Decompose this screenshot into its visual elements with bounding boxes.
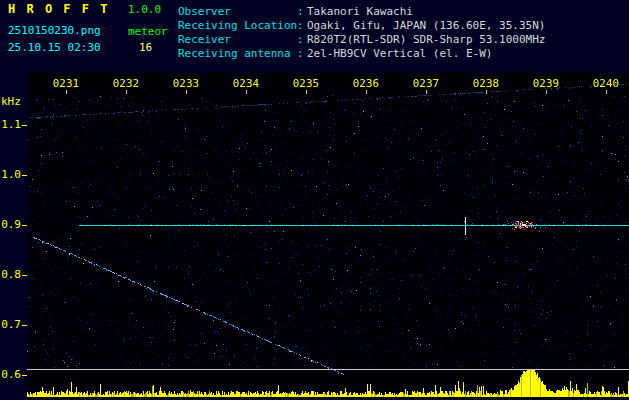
echo-count: 16 bbox=[139, 41, 152, 54]
observer-info: Observer:Takanori Kawachi Receiving Loca… bbox=[178, 5, 545, 61]
info-row: Receiving antenna:2el-HB9CV Vertical (el… bbox=[178, 47, 545, 61]
info-value: Takanori Kawachi bbox=[307, 5, 413, 18]
info-label: Receiver bbox=[178, 33, 297, 47]
time-tick-label: 0239 bbox=[526, 77, 566, 90]
freq-tick bbox=[22, 125, 27, 126]
info-label: Receiving Location bbox=[178, 19, 297, 33]
mode-label: meteor bbox=[128, 25, 168, 38]
hrofft-output: H R O F F T 1.0.0 2510150230.png meteor … bbox=[0, 0, 629, 400]
output-filename: 2510150230.png bbox=[8, 24, 101, 37]
info-row: Receiving Location:Ogaki, Gifu, JAPAN (1… bbox=[178, 19, 545, 33]
freq-axis-unit: kHz bbox=[1, 95, 21, 108]
spectrogram-canvas bbox=[27, 72, 629, 398]
freq-tick bbox=[22, 375, 27, 376]
time-tick-label: 0231 bbox=[46, 77, 86, 90]
info-separator: : bbox=[297, 19, 307, 33]
time-tick-label: 0232 bbox=[106, 77, 146, 90]
info-row: Receiver:R820T2(RTL-SDR) SDR-Sharp 53.10… bbox=[178, 33, 545, 47]
time-tick-label: 0240 bbox=[586, 77, 626, 90]
time-tick-label: 0236 bbox=[346, 77, 386, 90]
freq-tick-label: 1.1 bbox=[0, 118, 21, 131]
freq-tick-label: 0.8 bbox=[0, 268, 21, 281]
freq-tick bbox=[22, 325, 27, 326]
app-version: 1.0.0 bbox=[128, 3, 161, 16]
info-separator: : bbox=[297, 33, 307, 47]
time-tick-label: 0237 bbox=[406, 77, 446, 90]
info-value: R820T2(RTL-SDR) SDR-Sharp 53.1000MHz bbox=[307, 33, 545, 46]
time-tick-label: 0233 bbox=[166, 77, 206, 90]
freq-tick-label: 0.7 bbox=[0, 318, 21, 331]
info-label: Receiving antenna bbox=[178, 47, 297, 61]
freq-tick-label: 0.6 bbox=[0, 368, 21, 381]
info-value: 2el-HB9CV Vertical (el. E-W) bbox=[307, 47, 492, 60]
info-separator: : bbox=[297, 5, 307, 19]
time-tick-label: 0238 bbox=[466, 77, 506, 90]
info-row: Observer:Takanori Kawachi bbox=[178, 5, 545, 19]
info-separator: : bbox=[297, 47, 307, 61]
freq-tick bbox=[22, 275, 27, 276]
info-label: Observer bbox=[178, 5, 297, 19]
timestamp: 25.10.15 02:30 bbox=[8, 41, 101, 54]
time-tick-label: 0234 bbox=[226, 77, 266, 90]
freq-tick bbox=[22, 175, 27, 176]
freq-tick bbox=[22, 225, 27, 226]
app-title: H R O F F T bbox=[8, 2, 109, 16]
info-value: Ogaki, Gifu, JAPAN (136.60E, 35.35N) bbox=[307, 19, 545, 32]
freq-tick-label: 0.9 bbox=[0, 218, 21, 231]
time-tick-label: 0235 bbox=[286, 77, 326, 90]
freq-tick-label: 1.0 bbox=[0, 168, 21, 181]
